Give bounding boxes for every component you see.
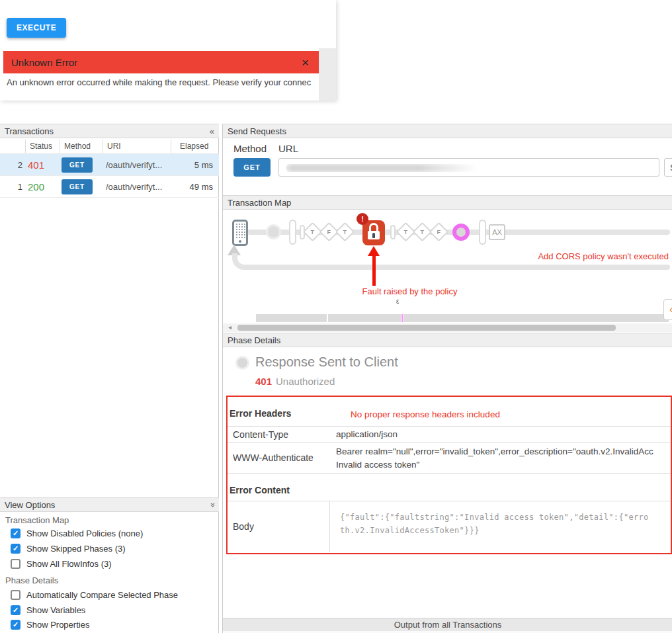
header-row: Content-Type application/json bbox=[228, 426, 671, 442]
method-badge: GET bbox=[62, 179, 93, 194]
option-show-all-flowinfos[interactable]: ✓ Show All FlowInfos (3) bbox=[11, 558, 112, 569]
tx-elapsed: 49 ms bbox=[190, 182, 213, 192]
transactions-title: Transactions bbox=[5, 126, 54, 136]
timeline-segment[interactable] bbox=[256, 314, 327, 322]
flow-start-node[interactable] bbox=[266, 224, 281, 239]
header-name: Content-Type bbox=[233, 429, 288, 440]
check-icon: ✓ bbox=[13, 607, 19, 614]
transactions-header: Transactions « bbox=[0, 124, 219, 138]
transaction-map-canvas: T F T ! Fault raised by the policy T T F… bbox=[223, 210, 672, 311]
condition-node[interactable]: T bbox=[335, 222, 355, 242]
tx-index: 1 bbox=[0, 182, 22, 192]
view-options-title: View Options bbox=[5, 500, 55, 510]
send-requests-title: Send Requests bbox=[228, 126, 286, 136]
fault-arrow-icon bbox=[368, 246, 380, 256]
section-transaction-map: Transaction Map bbox=[5, 515, 69, 525]
phase-status: 401Unauthorized bbox=[255, 376, 335, 387]
timeline-segment[interactable] bbox=[328, 314, 401, 322]
transaction-row[interactable]: 2 401 GET /oauth/verifyt... 5 ms bbox=[0, 154, 219, 176]
cors-annotation: Add CORS policy wasn't executed bbox=[494, 251, 669, 261]
error-content-title: Error Content bbox=[230, 485, 290, 495]
tx-status: 200 bbox=[28, 181, 44, 192]
transaction-map-header: Transaction Map bbox=[223, 195, 672, 210]
tx-status: 401 bbox=[28, 159, 44, 171]
phase-name: Response Sent to Client bbox=[255, 355, 398, 370]
chevron-left-icon: ‹ bbox=[669, 304, 672, 315]
left-panel-divider bbox=[218, 124, 219, 633]
epsilon-time-label: ε bbox=[396, 298, 399, 305]
timeline-segment[interactable] bbox=[404, 314, 669, 322]
error-highlight-box: Error Headers No proper response headers… bbox=[226, 396, 672, 554]
execute-button[interactable]: EXECUTE bbox=[7, 18, 66, 38]
header-row: WWW-Authenticate Bearer realm="null",err… bbox=[228, 442, 671, 474]
col-uri: URI bbox=[107, 142, 121, 151]
checkbox[interactable]: ✓ bbox=[11, 544, 21, 554]
condition-node[interactable]: F bbox=[429, 222, 449, 242]
phase-details-title: Phase Details bbox=[228, 335, 280, 345]
option-show-disabled-policies[interactable]: ✓ Show Disabled Policies (none) bbox=[11, 528, 143, 538]
option-label: Automatically Compare Selected Phase bbox=[26, 590, 178, 600]
skipped-policy-node[interactable] bbox=[452, 224, 470, 241]
phase-node-icon bbox=[235, 356, 249, 370]
transactions-column-headers: Status Method URI Elapsed bbox=[0, 138, 219, 154]
output-transactions-bar[interactable]: Output from all Transactions bbox=[223, 618, 672, 631]
transaction-map-title: Transaction Map bbox=[228, 198, 291, 208]
error-headers-table: Content-Type application/json WWW-Authen… bbox=[228, 426, 671, 474]
header-value: application/json bbox=[336, 428, 671, 441]
scroll-left-icon[interactable]: ◂ bbox=[228, 323, 231, 331]
check-icon: ✓ bbox=[13, 530, 19, 537]
collapse-panel-icon[interactable]: « bbox=[210, 126, 214, 136]
send-button[interactable]: Send bbox=[664, 158, 672, 177]
oauth-policy-error-icon[interactable] bbox=[362, 220, 385, 245]
map-nav-back-button[interactable]: ‹ bbox=[663, 299, 672, 320]
check-icon: ✓ bbox=[13, 621, 19, 628]
analytics-node[interactable]: AX bbox=[489, 224, 505, 240]
option-label: Show Skipped Phases (3) bbox=[26, 544, 126, 554]
fault-arrow-shaft bbox=[372, 255, 376, 286]
close-icon[interactable]: × bbox=[300, 56, 311, 69]
option-show-variables[interactable]: ✓ Show Variables bbox=[11, 605, 85, 615]
option-show-skipped-phases[interactable]: ✓ Show Skipped Phases (3) bbox=[11, 543, 126, 554]
body-value: {"fault":{"faultstring":"Invalid access … bbox=[340, 511, 668, 537]
redacted-url-value bbox=[286, 164, 478, 172]
transaction-row[interactable]: 1 200 GET /oauth/verifyt... 49 ms bbox=[0, 176, 219, 198]
section-phase-details: Phase Details bbox=[5, 575, 58, 585]
execute-panel: EXECUTE Unknown Error × An unknown error… bbox=[0, 0, 336, 101]
url-input[interactable] bbox=[278, 158, 659, 177]
phase-details-header: Phase Details bbox=[223, 333, 672, 347]
flow-step-node[interactable] bbox=[390, 225, 396, 239]
mobile-client-icon[interactable] bbox=[232, 220, 248, 246]
url-label: URL bbox=[278, 143, 298, 154]
return-flow-curve bbox=[232, 253, 249, 270]
option-label: Show Variables bbox=[26, 605, 85, 615]
check-icon: ✓ bbox=[13, 545, 19, 552]
checkbox[interactable]: ✓ bbox=[11, 620, 21, 630]
checkbox[interactable]: ✓ bbox=[11, 559, 21, 569]
method-select-button[interactable]: GET bbox=[233, 158, 271, 177]
header-name: WWW-Authenticate bbox=[233, 452, 314, 463]
checkbox[interactable]: ✓ bbox=[11, 528, 21, 538]
tx-index: 2 bbox=[0, 160, 22, 170]
error-banner: Unknown Error × bbox=[3, 51, 319, 73]
scroll-gutter bbox=[319, 48, 336, 101]
response-flow-line bbox=[248, 265, 670, 270]
headers-note-annotation: No proper response headers included bbox=[351, 409, 500, 419]
map-scrollbar-thumb[interactable] bbox=[237, 325, 616, 331]
checkbox[interactable]: ✓ bbox=[11, 605, 21, 615]
error-badge-icon: ! bbox=[357, 213, 368, 225]
tx-uri: /oauth/verifyt... bbox=[106, 182, 162, 192]
checkbox[interactable]: ✓ bbox=[11, 590, 21, 600]
option-show-properties[interactable]: ✓ Show Properties bbox=[11, 619, 89, 630]
col-status: Status bbox=[30, 142, 52, 151]
option-auto-compare-phase[interactable]: ✓ Automatically Compare Selected Phase bbox=[11, 589, 178, 600]
body-row: Body {"fault":{"faultstring":"Invalid ac… bbox=[228, 501, 671, 552]
tx-uri: /oauth/verifyt... bbox=[106, 160, 162, 170]
header-value: Bearer realm="null",error="invalid_token… bbox=[336, 445, 671, 472]
option-label: Show All FlowInfos (3) bbox=[26, 559, 112, 569]
collapse-section-icon[interactable]: « bbox=[207, 502, 217, 507]
timeline-selected-marker bbox=[401, 314, 403, 322]
phase-separator bbox=[289, 220, 296, 245]
method-badge: GET bbox=[62, 157, 93, 173]
error-banner-title: Unknown Error bbox=[11, 57, 300, 68]
status-text: Unauthorized bbox=[276, 376, 335, 387]
